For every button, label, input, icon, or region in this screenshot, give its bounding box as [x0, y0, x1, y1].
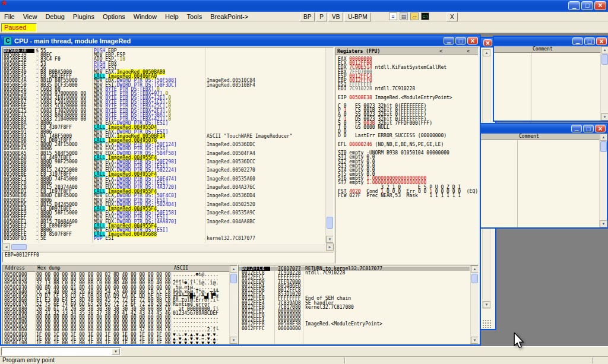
disassembly-pane[interactable]: 00508E38$55PUSH EBP00508E39.8BECMOV EBP,… — [2, 48, 334, 243]
stack-row[interactable]: 0012FFE0FFFFFFFFEnd of SEH chain — [239, 296, 470, 300]
menu-breakpoint[interactable]: BreakPoint-> — [206, 12, 252, 22]
main-title-bar: * — [0, 0, 608, 12]
menu-tools[interactable]: Tools — [183, 12, 207, 22]
notepad-icon[interactable]: ≡ — [389, 12, 397, 20]
win1-minimize-button[interactable] — [572, 37, 583, 45]
scroll-down-icon[interactable] — [230, 337, 238, 344]
hex-dump-pane[interactable]: Address Hex dump ASCII 0050C00000 00 00 … — [2, 265, 238, 344]
stack-row[interactable]: 0012FFF800508E38ImageRed.<ModuleEntryPoi… — [239, 322, 470, 326]
scroll-up-icon[interactable] — [483, 49, 490, 56]
disasm-row[interactable]: 00508EFE.E8 8597F8FFCALL ImageRed.004956… — [3, 232, 325, 236]
register-line[interactable]: EIP 00508E38 ImageRed.<ModuleEntryPoint> — [338, 96, 477, 100]
cpu-close-button[interactable] — [467, 37, 478, 45]
win1-maximize-button[interactable] — [584, 37, 595, 45]
scroll-left-icon[interactable] — [2, 243, 10, 251]
restore-button[interactable] — [581, 1, 593, 10]
stack-row[interactable]: 0012FFC87C910228ntdll.7C910228 — [239, 271, 470, 275]
scroll-thumb[interactable] — [471, 274, 478, 283]
combo-dropdown-icon[interactable] — [112, 349, 120, 354]
scroll-thumb[interactable] — [601, 54, 608, 65]
disasm-hscrollbar[interactable] — [2, 243, 334, 251]
register-line[interactable]: FCW 027F Prec NEAR,53 Mask 1 1 1 1 1 1 — [338, 194, 477, 198]
menu-close-button[interactable]: X — [446, 12, 458, 21]
registers-prev-button[interactable]: < — [439, 48, 442, 55]
menu-button-ubpm[interactable]: U-BPM — [344, 12, 370, 21]
comment-column-header[interactable]: Comment — [480, 134, 599, 140]
scroll-down-icon[interactable] — [326, 236, 334, 243]
win2-scrollbar[interactable] — [599, 134, 607, 227]
resize-grip[interactable] — [482, 319, 492, 328]
stack-row[interactable]: 0012FFD80012FFC8 — [239, 288, 470, 292]
cpu-minimize-button[interactable] — [444, 37, 454, 45]
register-line[interactable]: O 0 LastErr ERROR_SUCCESS (00000000) — [338, 134, 477, 138]
menu-window[interactable]: Window — [129, 12, 161, 22]
disasm-comment: ImageRed.00535A60 — [207, 177, 255, 181]
stack-row[interactable]: 0012FFDC853D1020 — [239, 292, 470, 296]
close-button[interactable] — [594, 1, 606, 10]
stack-vscrollbar[interactable] — [470, 265, 478, 344]
scroll-down-icon[interactable] — [600, 220, 607, 227]
stack-row[interactable]: 0012FFE47C839AD8SE handler — [239, 301, 470, 305]
menu-button-vb[interactable]: VB — [328, 12, 343, 21]
minimize-button[interactable] — [568, 1, 580, 10]
win2-minimize-button[interactable] — [571, 125, 582, 132]
scroll-thumb[interactable] — [11, 244, 27, 250]
scroll-thumb[interactable] — [327, 217, 333, 229]
disasm-row[interactable]: 00508F03.5EPOP ESIkernel32.7C817077 — [3, 236, 325, 240]
registers-pane[interactable]: Registers (FPU) < < EAX 00000000ECX 0012… — [335, 48, 479, 264]
win1-scrollbar[interactable] — [600, 46, 608, 121]
scroll-thumb[interactable] — [230, 274, 237, 283]
register-line[interactable]: EDI 7C910228 ntdll.7C910228 — [338, 87, 477, 91]
scroll-down-icon[interactable] — [601, 113, 608, 121]
menu-options[interactable]: Options — [99, 12, 129, 22]
hex-dump-header[interactable]: Address Hex dump ASCII — [3, 265, 237, 272]
command-combobox[interactable] — [1, 347, 121, 356]
folder-icon[interactable]: ▱ — [410, 12, 419, 20]
cpu-maximize-button[interactable] — [455, 37, 466, 45]
scroll-down-icon[interactable] — [471, 337, 479, 344]
comment-column-header[interactable]: Comment — [494, 46, 600, 53]
menu-view[interactable]: View — [19, 12, 42, 22]
scroll-up-icon[interactable] — [230, 265, 238, 273]
scroll-up-icon[interactable] — [601, 46, 608, 53]
scroll-right-icon[interactable] — [326, 243, 334, 251]
comment-window-2[interactable]: Comment — [479, 123, 608, 229]
book-icon[interactable]: ▤ — [400, 12, 408, 20]
menu-plugins[interactable]: Plugins — [69, 12, 99, 22]
stack-row[interactable]: 0012FFE87C817080kernel32.7C817080 — [239, 305, 470, 309]
scroll-down-icon[interactable] — [483, 301, 490, 308]
scroll-up-icon[interactable] — [600, 134, 607, 141]
cpu-window[interactable]: C CPU - main thread, module ImageRed 005… — [0, 34, 481, 346]
menu-file[interactable]: File — [0, 12, 19, 22]
dump-row[interactable]: 0050C1001F 00 1F 00 1F 00 1F 00 1F 00 1F… — [3, 341, 229, 344]
stack-row[interactable]: 0012FFEC00000000 — [239, 309, 470, 314]
stack-row[interactable]: 0012FFFC00000000 — [239, 327, 470, 331]
disasm-row[interactable]: 00508E3B.83C4 F0ADD ESP,-10 — [3, 57, 325, 61]
win1-close-button[interactable] — [596, 37, 607, 45]
stack-row[interactable]: 0012FFCCFFFFFFFF — [239, 275, 470, 279]
console-icon[interactable]: C:\ — [421, 12, 429, 20]
stack-row[interactable]: 0012FFD07FFD7000 — [239, 280, 470, 284]
menu-button-bp[interactable]: BP — [300, 12, 315, 21]
dump-vscrollbar[interactable] — [229, 265, 237, 344]
stack-row[interactable]: 0012FFD48054B6ED — [239, 284, 470, 288]
scroll-thumb[interactable] — [600, 141, 607, 152]
win2-close-button[interactable] — [595, 125, 606, 132]
stack-row[interactable]: 0012FFF000000000 — [239, 314, 470, 318]
disasm-row[interactable]: 00508E3E.53PUSH EBX — [3, 62, 325, 66]
hidden-window-close-button[interactable] — [483, 39, 492, 46]
comment-window-1-title-bar — [494, 37, 608, 46]
register-line[interactable]: EFL 00000246 (NO,NB,E,BE,NS,PE,GE,LE) — [338, 143, 477, 147]
menu-debug[interactable]: Debug — [41, 12, 68, 22]
stack-row[interactable]: 0012FFC47C817077RETURN to kernel32.7C817… — [239, 267, 470, 271]
registers-next-button[interactable]: < — [467, 48, 470, 55]
menu-button-p[interactable]: P — [316, 12, 327, 21]
cpu-window-title-bar[interactable]: C CPU - main thread, module ImageRed — [1, 36, 480, 46]
register-line[interactable]: T 0 GS 0000 NULL — [338, 125, 477, 129]
scroll-up-icon[interactable] — [471, 265, 479, 273]
comment-window-1[interactable]: Comment — [493, 36, 608, 122]
stack-pane[interactable]: 0012FFC47C817077RETURN to kernel32.7C817… — [238, 265, 479, 344]
disasm-vscrollbar[interactable] — [325, 48, 333, 243]
win2-maximize-button[interactable] — [583, 125, 594, 132]
menu-help[interactable]: Help — [161, 12, 183, 22]
